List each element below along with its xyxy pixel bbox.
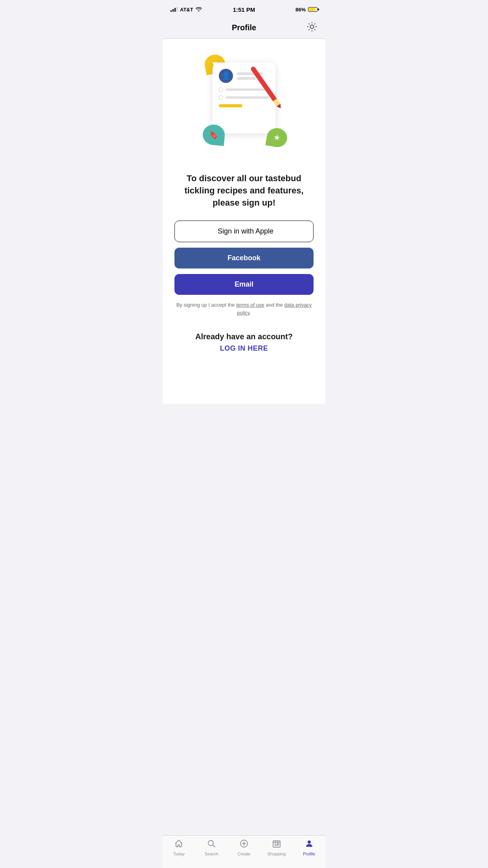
email-button[interactable]: Email (174, 274, 314, 295)
tagline-text: To discover all our tastebud tickling re… (174, 173, 314, 209)
text-line (237, 77, 256, 80)
battery-fill (309, 8, 315, 11)
apple-signin-button[interactable]: Sign in with Apple (174, 221, 314, 242)
signal-bar-4 (176, 7, 178, 12)
card-row (219, 96, 269, 99)
legal-middle: and the (264, 302, 284, 308)
facebook-button[interactable]: Facebook (174, 248, 314, 268)
illustration-container: ♥ 👤 (174, 39, 314, 165)
legal-suffix: . (250, 310, 251, 316)
profile-card: 👤 (213, 63, 275, 133)
yellow-bar (219, 104, 242, 107)
terms-link[interactable]: terms of use (236, 302, 264, 308)
main-content: ♥ 👤 (163, 39, 325, 404)
svg-point-0 (310, 25, 314, 29)
login-link[interactable]: LOG IN HERE (220, 344, 268, 352)
avatar-icon: 👤 (222, 72, 230, 80)
status-bar: AT&T 1:51 PM 86% (163, 0, 325, 17)
signal-bars (171, 7, 178, 12)
card-rows (219, 88, 269, 99)
avatar-circle: 👤 (219, 69, 233, 83)
card-row (219, 88, 269, 92)
account-section: Already have an account? LOG IN HERE (195, 332, 293, 353)
apple-signin-label: Sign in with Apple (218, 227, 273, 235)
status-time: 1:51 PM (233, 6, 255, 13)
checkbox (219, 96, 223, 99)
carrier-label: AT&T (180, 7, 193, 13)
battery-icon (308, 7, 317, 12)
nav-bar: Profile (163, 17, 325, 39)
legal-prefix: By signing up I accept the (176, 302, 236, 308)
checkbox (219, 88, 223, 92)
legal-text: By signing up I accept the terms of use … (174, 301, 314, 316)
row-line (226, 96, 269, 99)
signal-bar-2 (172, 9, 174, 12)
illustration: ♥ 👤 (201, 51, 287, 157)
email-label: Email (235, 280, 253, 288)
account-question: Already have an account? (195, 332, 293, 341)
battery-indicator (308, 7, 317, 12)
row-line (226, 88, 269, 91)
signal-bar-1 (171, 10, 172, 12)
status-left: AT&T (171, 6, 202, 13)
settings-button[interactable] (306, 21, 317, 34)
facebook-label: Facebook (227, 254, 261, 262)
signal-bar-3 (174, 8, 176, 12)
wifi-icon (196, 6, 202, 13)
status-right: 86% (295, 7, 317, 13)
page-title: Profile (232, 23, 256, 32)
battery-percent: 86% (295, 7, 306, 13)
